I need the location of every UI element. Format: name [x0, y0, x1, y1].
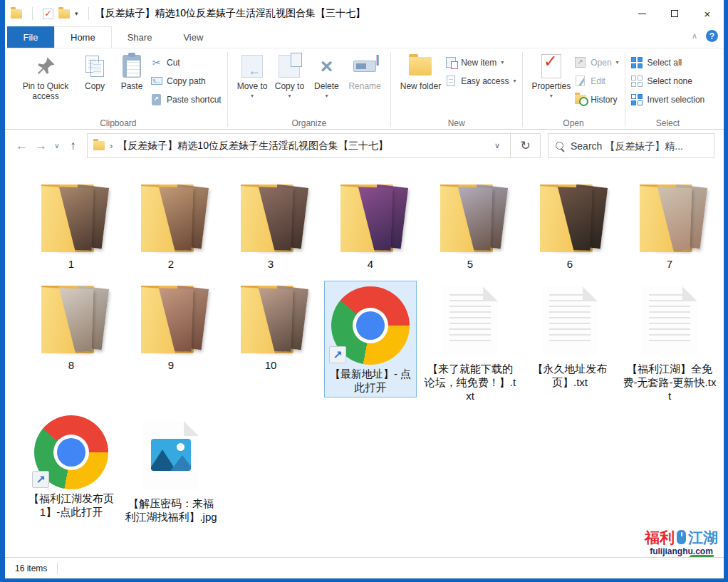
- easy-access-icon: [444, 75, 457, 87]
- select-all-icon: [631, 56, 643, 68]
- easy-access-button[interactable]: Easy access ▾: [444, 73, 516, 88]
- cut-icon: ✂: [150, 56, 162, 68]
- tab-view[interactable]: View: [167, 26, 219, 48]
- properties-button[interactable]: ✓ Properties▾: [529, 51, 575, 103]
- minimize-button[interactable]: [625, 0, 658, 27]
- file-item-chrome-shortcut-selected[interactable]: ↗ 【最新地址】- 点此打开: [324, 281, 417, 397]
- grid-row-2: 8 9 10 ↗ 【最新地址】- 点此打开: [21, 281, 724, 402]
- ribbon-group-select: Select all Select none Invert selection …: [625, 50, 711, 129]
- folder-icon: [628, 180, 711, 255]
- file-item-txt-1[interactable]: 【来了就能下载的论坛，纯免费！】.txt: [420, 281, 520, 402]
- ribbon-corner-controls: ∧ ?: [692, 30, 718, 42]
- watermark-cn-left: 福利: [645, 530, 675, 545]
- file-label: 4: [368, 257, 373, 271]
- new-folder-button[interactable]: New folder: [397, 51, 444, 93]
- tab-share[interactable]: Share: [112, 26, 168, 48]
- invert-selection-button[interactable]: Invert selection: [631, 92, 705, 107]
- select-all-button[interactable]: Select all: [631, 55, 705, 70]
- file-item-folder-1[interactable]: 1: [21, 180, 121, 271]
- folder-icon: [529, 180, 611, 255]
- file-label: 6: [567, 257, 573, 271]
- file-item-folder-10[interactable]: 10: [221, 281, 321, 372]
- file-list-area[interactable]: 1 2 3 4 5: [5, 162, 724, 557]
- breadcrumb[interactable]: 【反差婊子】精选10位反差婊子生活淫乱视图合集【三十七】: [118, 140, 388, 152]
- address-bar[interactable]: › 【反差婊子】精选10位反差婊子生活淫乱视图合集【三十七】 ∨: [87, 133, 511, 158]
- copy-path-button[interactable]: \\... Copy path: [150, 73, 222, 88]
- forward-icon[interactable]: →: [31, 139, 51, 153]
- file-item-folder-2[interactable]: 2: [121, 180, 221, 271]
- new-item-button[interactable]: New item ▾: [444, 55, 516, 70]
- group-label-clipboard: Clipboard: [9, 118, 227, 128]
- file-label: 【最新地址】- 点此打开: [325, 367, 416, 394]
- file-label: 10: [265, 358, 277, 372]
- rename-button[interactable]: Rename: [345, 51, 384, 93]
- select-none-button[interactable]: Select none: [631, 73, 705, 88]
- copy-icon: [82, 53, 108, 79]
- up-icon[interactable]: ↑: [63, 139, 83, 153]
- open-button[interactable]: Open ▾: [574, 55, 618, 70]
- collapse-ribbon-icon[interactable]: ∧: [692, 31, 697, 41]
- delete-button[interactable]: × Delete▾: [308, 51, 345, 103]
- dropdown-arrow-icon: ▾: [501, 59, 504, 66]
- file-item-folder-5[interactable]: 5: [420, 180, 520, 271]
- text-file-icon: [542, 286, 598, 355]
- search-box[interactable]: [548, 133, 714, 158]
- search-input[interactable]: [571, 140, 707, 152]
- close-button[interactable]: ×: [691, 0, 724, 27]
- folder-icon: [30, 180, 113, 255]
- move-to-button[interactable]: Move to▾: [234, 51, 271, 103]
- maximize-button[interactable]: [658, 0, 691, 27]
- photo-thumbnail-icon: [151, 439, 191, 471]
- file-item-jpg[interactable]: 【解压密码：来福利江湖找福利】.jpg: [121, 415, 221, 524]
- image-file-icon: [143, 421, 199, 489]
- ribbon: Pin to Quick access Copy Paste ✂ Cut \\.…: [5, 48, 724, 130]
- breadcrumb-folder-icon: [93, 141, 105, 150]
- file-label: 【来了就能下载的论坛，纯免费！】.txt: [423, 362, 517, 402]
- titlebar: ✓ ▾ 【反差婊子】精选10位反差婊子生活淫乱视图合集【三十七】 ×: [5, 0, 724, 27]
- file-item-folder-3[interactable]: 3: [221, 180, 321, 271]
- file-item-folder-8[interactable]: 8: [21, 281, 121, 372]
- new-folder-quick-icon[interactable]: [58, 9, 70, 19]
- history-button[interactable]: History: [574, 92, 618, 107]
- file-item-txt-2[interactable]: 【永久地址发布页】.txt: [520, 281, 620, 389]
- breadcrumb-separator-icon: ›: [110, 140, 113, 151]
- folder-icon: [229, 281, 312, 356]
- text-file-icon: [642, 286, 697, 355]
- properties-icon: ✓: [539, 53, 564, 79]
- folder-icon: [30, 281, 113, 356]
- file-grid: 1 2 3 4 5: [5, 162, 724, 524]
- customize-qat-dropdown-icon[interactable]: ▾: [75, 10, 78, 17]
- file-item-folder-7[interactable]: 7: [620, 180, 719, 271]
- pin-to-quick-access-button[interactable]: Pin to Quick access: [15, 51, 76, 103]
- file-item-txt-3[interactable]: 【福利江湖】全免费-无套路-更新快.txt: [620, 281, 719, 402]
- refresh-button[interactable]: ↻: [511, 133, 541, 158]
- file-item-chrome-shortcut-2[interactable]: ↗ 【福利江湖发布页1】-点此打开: [21, 415, 121, 519]
- clipboard-small-buttons: ✂ Cut \\... Copy path Paste shortcut: [150, 51, 222, 107]
- grid-row-3: ↗ 【福利江湖发布页1】-点此打开 【解压密码：来福利江湖找福利】.jpg: [21, 415, 724, 524]
- move-to-icon: [239, 53, 265, 79]
- copy-to-button[interactable]: Copy to▾: [271, 51, 308, 103]
- file-label: 9: [168, 358, 174, 372]
- recent-locations-icon[interactable]: ∨: [51, 142, 63, 150]
- open-small-buttons: Open ▾ Edit History: [574, 51, 618, 107]
- edit-button[interactable]: Edit: [574, 73, 618, 88]
- paste-button[interactable]: Paste: [113, 51, 150, 93]
- copy-button[interactable]: Copy: [76, 51, 113, 93]
- properties-quick-icon[interactable]: ✓: [43, 9, 53, 19]
- address-dropdown-icon[interactable]: ∨: [490, 141, 504, 150]
- paste-shortcut-button[interactable]: Paste shortcut: [150, 92, 222, 107]
- shortcut-arrow-icon: ↗: [329, 346, 346, 363]
- select-small-buttons: Select all Select none Invert selection: [631, 51, 705, 107]
- tab-file[interactable]: File: [7, 26, 54, 48]
- file-item-folder-6[interactable]: 6: [520, 180, 620, 271]
- ribbon-group-organize: Move to▾ Copy to▾ × Delete▾ Rename Organ…: [228, 50, 390, 129]
- file-item-folder-9[interactable]: 9: [121, 281, 221, 372]
- window-title: 【反差婊子】精选10位反差婊子生活淫乱视图合集【三十七】: [95, 7, 366, 20]
- file-label: 【福利江湖】全免费-无套路-更新快.txt: [623, 362, 717, 402]
- back-icon[interactable]: ←: [12, 139, 31, 153]
- tab-home[interactable]: Home: [54, 26, 112, 48]
- cut-button[interactable]: ✂ Cut: [150, 55, 222, 70]
- close-icon: ×: [704, 8, 711, 20]
- help-icon[interactable]: ?: [706, 30, 718, 42]
- file-item-folder-4[interactable]: 4: [321, 180, 420, 271]
